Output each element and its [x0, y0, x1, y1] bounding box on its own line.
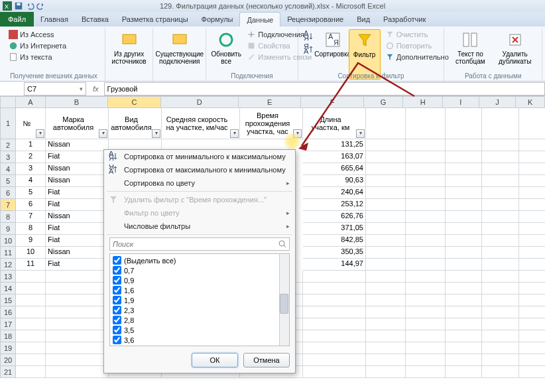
cell[interactable] — [482, 342, 519, 354]
row-header-16[interactable]: 16 — [0, 306, 16, 318]
cell[interactable] — [366, 330, 406, 342]
save-icon[interactable] — [14, 1, 23, 11]
row-header-8[interactable]: 8 — [0, 211, 16, 223]
cell[interactable] — [366, 318, 406, 330]
filter-dropdown-button[interactable]: ▾ — [152, 129, 160, 138]
row-header-9[interactable]: 9 — [0, 223, 16, 235]
cell[interactable] — [482, 294, 519, 306]
filter-dropdown-button[interactable]: ▾ — [356, 129, 365, 138]
cell[interactable] — [366, 354, 406, 366]
cell[interactable] — [46, 366, 109, 378]
cell[interactable]: Fiat — [46, 259, 109, 271]
row-header-11[interactable]: 11 — [0, 247, 16, 259]
tab-developer[interactable]: Разработчик — [377, 12, 432, 27]
cell[interactable] — [16, 283, 46, 294]
cell[interactable] — [446, 163, 482, 175]
cell[interactable] — [406, 108, 446, 139]
cell[interactable] — [446, 108, 482, 139]
tab-review[interactable]: Рецензирование — [280, 12, 350, 27]
sort-desc-icon[interactable]: ЯА — [302, 44, 314, 57]
row-header-3[interactable]: 3 — [0, 151, 16, 163]
filter-value-checkbox[interactable] — [113, 276, 121, 285]
cell[interactable] — [446, 294, 482, 306]
cell[interactable] — [366, 163, 406, 175]
cell[interactable] — [406, 271, 446, 283]
col-header-A[interactable]: A — [16, 96, 46, 108]
cell[interactable] — [406, 223, 446, 235]
cell[interactable] — [519, 283, 545, 294]
cell[interactable] — [303, 342, 366, 354]
cell[interactable] — [446, 235, 482, 247]
cell[interactable] — [482, 151, 519, 163]
cell[interactable] — [519, 139, 545, 151]
cell[interactable] — [46, 330, 109, 342]
row-header-17[interactable]: 17 — [0, 318, 16, 330]
cell[interactable] — [16, 306, 46, 318]
cell[interactable]: 90,63 — [303, 175, 366, 187]
cell[interactable] — [446, 283, 482, 294]
col-header-C[interactable]: C — [108, 96, 161, 108]
sort-asc-icon[interactable]: АЯ — [302, 31, 314, 44]
sort-by-color-item[interactable]: Сортировка по цвету▸ — [104, 176, 295, 190]
formula-input[interactable]: Грузовой — [104, 82, 545, 96]
cell[interactable] — [482, 366, 519, 378]
row-header-10[interactable]: 10 — [0, 235, 16, 247]
tab-insert[interactable]: Вставка — [75, 12, 115, 27]
cell[interactable] — [446, 139, 482, 151]
cell[interactable]: Марка автомобиля▾ — [46, 108, 109, 139]
cell[interactable] — [482, 199, 519, 211]
filter-values-list[interactable]: (Выделить все) 0,70,91,61,92,32,83,53,64… — [109, 253, 290, 346]
filter-value-checkbox[interactable] — [113, 346, 121, 346]
filter-value-item[interactable]: 2,3 — [111, 305, 288, 315]
cancel-button[interactable]: Отмена — [243, 353, 290, 367]
cell[interactable] — [519, 108, 545, 139]
cell[interactable]: Fiat — [46, 187, 109, 199]
cell[interactable] — [406, 306, 446, 318]
row-header-19[interactable]: 19 — [0, 342, 16, 354]
filter-value-checkbox[interactable] — [113, 306, 121, 314]
cell[interactable] — [303, 271, 366, 283]
cell[interactable] — [406, 318, 446, 330]
cell[interactable] — [366, 223, 406, 235]
cell[interactable] — [446, 318, 482, 330]
filter-value-checkbox[interactable] — [113, 266, 121, 275]
cell[interactable] — [16, 271, 46, 283]
filter-value-checkbox[interactable] — [113, 316, 121, 324]
cell[interactable] — [406, 211, 446, 223]
cell[interactable] — [519, 235, 545, 247]
cell[interactable] — [482, 175, 519, 187]
cell[interactable] — [366, 342, 406, 354]
cell[interactable] — [446, 306, 482, 318]
cell[interactable]: 371,05 — [303, 223, 366, 235]
filter-dropdown-button[interactable]: ▾ — [230, 129, 239, 138]
cell[interactable] — [366, 211, 406, 223]
row-header-15[interactable]: 15 — [0, 294, 16, 306]
col-header-E[interactable]: E — [239, 96, 301, 108]
undo-icon[interactable] — [25, 1, 34, 11]
cell[interactable]: 626,76 — [303, 211, 366, 223]
filter-value-checkbox[interactable] — [113, 326, 121, 334]
row-header-14[interactable]: 14 — [0, 283, 16, 294]
cell[interactable]: Nissan — [46, 163, 109, 175]
filter-value-item[interactable]: 3,6 — [111, 335, 288, 345]
col-header-H[interactable]: H — [403, 96, 443, 108]
cell[interactable]: 665,64 — [303, 163, 366, 175]
cell[interactable]: 842,85 — [303, 235, 366, 247]
cell[interactable] — [519, 163, 545, 175]
other-sources-button[interactable]: Из других источников — [109, 29, 149, 80]
cell[interactable] — [482, 187, 519, 199]
cell[interactable] — [406, 354, 446, 366]
cell[interactable] — [446, 354, 482, 366]
cell[interactable]: 3 — [16, 163, 46, 175]
filter-dropdown-button[interactable]: ▾ — [99, 129, 107, 138]
col-header-F[interactable]: F — [301, 96, 363, 108]
cell[interactable]: Длина участка, км▾ — [303, 108, 366, 139]
cell[interactable] — [519, 342, 545, 354]
col-header-K[interactable]: K — [516, 96, 545, 108]
filter-value-item[interactable]: 1,6 — [111, 285, 288, 295]
existing-conn-button[interactable]: Существующие подключения — [157, 29, 202, 66]
filter-dropdown-button[interactable]: ▾ — [36, 129, 44, 138]
tab-data[interactable]: Данные — [239, 12, 280, 27]
sort-asc-item[interactable]: АЯ Сортировка от минимального к максимал… — [104, 150, 295, 163]
cell[interactable] — [406, 366, 446, 378]
